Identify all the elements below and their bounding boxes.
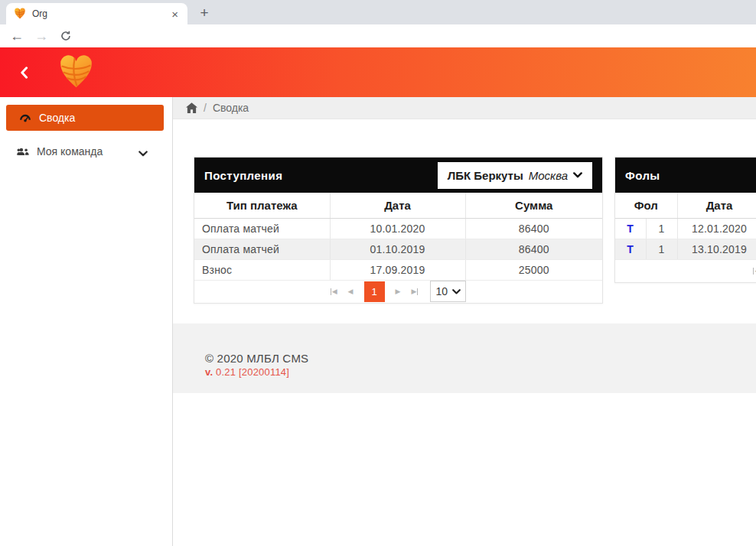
cell-date: 13.10.2019 xyxy=(677,239,756,259)
receipts-pagination: ◀ ◀ 1 ▶ ▶ 10 xyxy=(194,281,602,303)
team-select-city: Москва xyxy=(529,169,568,182)
cell-date: 12.01.2020 xyxy=(677,218,756,239)
breadcrumb: / Сводка xyxy=(173,97,756,119)
browser-tab-strip: Org × + xyxy=(0,0,756,24)
receipts-header-row: Тип платежа Дата Сумма xyxy=(194,193,602,218)
team-select[interactable]: ЛБК Беркуты Москва xyxy=(438,162,592,189)
cell-foul-type[interactable]: Т xyxy=(615,239,646,259)
chevron-down-icon xyxy=(573,172,582,178)
table-row: Оплата матчей10.01.202086400 xyxy=(194,218,602,239)
chevron-down-icon xyxy=(138,147,148,159)
table-row: Т113.10.2019 xyxy=(615,239,756,259)
cell-date: 01.10.2019 xyxy=(330,239,465,259)
col-date: Дата xyxy=(330,193,465,218)
cell-payment-type: Взнос xyxy=(194,259,330,280)
breadcrumb-current: Сводка xyxy=(213,102,249,114)
cell-sum: 86400 xyxy=(465,239,602,259)
sidebar-collapse-button[interactable] xyxy=(15,64,32,81)
page-size-select[interactable]: 10 xyxy=(430,281,466,302)
app-topbar xyxy=(0,47,756,97)
fouls-card: Фолы Фол Дата Т112.01.2020Т113.10.2019 ◀… xyxy=(614,157,756,283)
favicon-heart-basketball-icon xyxy=(14,8,26,20)
table-row: Т112.01.2020 xyxy=(615,218,756,239)
col-sum: Сумма xyxy=(465,193,602,218)
prev-page-icon[interactable]: ◀ xyxy=(348,288,354,295)
first-page-icon[interactable]: ◀ xyxy=(331,288,337,295)
forward-icon[interactable]: → xyxy=(31,24,52,47)
tab-title: Org xyxy=(32,8,164,19)
sidebar-item-summary[interactable]: Сводка xyxy=(6,105,164,131)
fouls-card-header: Фолы xyxy=(615,158,756,193)
current-page-button[interactable]: 1 xyxy=(364,281,385,302)
receipts-table: Тип платежа Дата Сумма Оплата матчей10.0… xyxy=(194,193,602,281)
next-page-icon[interactable]: ▶ xyxy=(396,288,401,295)
copyright-text: © 2020 МЛБЛ CMS xyxy=(205,352,756,365)
receipts-title: Поступления xyxy=(204,169,282,182)
cell-foul-count: 1 xyxy=(646,239,677,259)
fouls-title: Фолы xyxy=(625,169,660,182)
sidebar-item-label: Моя команда xyxy=(37,145,103,158)
close-tab-icon[interactable]: × xyxy=(170,8,180,20)
users-icon xyxy=(17,147,30,157)
cell-date: 10.01.2020 xyxy=(330,218,465,239)
fouls-table: Фол Дата Т112.01.2020Т113.10.2019 xyxy=(615,193,756,260)
sidebar-item-label: Сводка xyxy=(39,112,75,124)
col-payment-type: Тип платежа xyxy=(194,193,330,218)
receipts-card: Поступления ЛБК Беркуты Москва Тип плате… xyxy=(194,157,603,304)
cell-sum: 25000 xyxy=(465,259,602,280)
last-page-icon[interactable]: ▶ xyxy=(411,288,418,295)
browser-toolbar: ← → org.ilovebasket.ru/setup/home xyxy=(0,24,756,47)
footer: © 2020 МЛБЛ CMS v. 0.21 [20200114] xyxy=(173,323,756,393)
cell-date: 17.09.2019 xyxy=(330,259,465,280)
main-area: / Сводка Поступления ЛБК Беркуты Москва … xyxy=(173,97,756,546)
table-row: Взнос17.09.201925000 xyxy=(194,259,602,280)
sidebar: Сводка Моя команда xyxy=(0,97,173,546)
fouls-pagination: ◀ ◀ ▶ ▶ xyxy=(615,260,756,282)
col-date: Дата xyxy=(677,193,756,218)
home-icon[interactable] xyxy=(186,102,197,113)
dashboard-gauge-icon xyxy=(19,113,31,123)
sidebar-item-my-team[interactable]: Моя команда xyxy=(0,138,172,164)
first-page-icon[interactable]: ◀ xyxy=(753,268,756,275)
cell-payment-type: Оплата матчей xyxy=(194,239,330,259)
table-row: Оплата матчей01.10.201986400 xyxy=(194,239,602,259)
team-select-name: ЛБК Беркуты xyxy=(448,169,523,182)
breadcrumb-separator: / xyxy=(204,102,207,114)
browser-tab[interactable]: Org × xyxy=(6,3,187,24)
receipts-card-header: Поступления ЛБК Беркуты Москва xyxy=(194,158,602,193)
version-text: v. 0.21 [20200114] xyxy=(205,366,756,378)
cell-sum: 86400 xyxy=(465,218,602,239)
cell-payment-type: Оплата матчей xyxy=(194,218,330,239)
heart-basketball-logo xyxy=(58,54,94,93)
cell-foul-count: 1 xyxy=(646,218,677,239)
content: Поступления ЛБК Беркуты Москва Тип плате… xyxy=(173,119,756,323)
back-icon[interactable]: ← xyxy=(6,24,28,47)
cell-foul-type[interactable]: Т xyxy=(615,218,646,239)
col-foul: Фол xyxy=(615,193,677,218)
refresh-icon[interactable] xyxy=(55,24,77,47)
new-tab-button[interactable]: + xyxy=(194,4,214,22)
fouls-header-row: Фол Дата xyxy=(615,193,756,218)
